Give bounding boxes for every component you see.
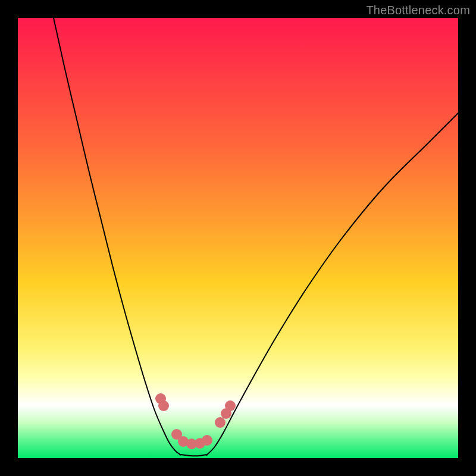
watermark-text: TheBottleneck.com xyxy=(366,4,470,17)
plot-area xyxy=(18,18,458,458)
marker-dot xyxy=(202,435,212,446)
curve-group xyxy=(54,18,458,456)
marker-dot xyxy=(215,417,226,428)
marker-group xyxy=(155,393,236,449)
marker-dot xyxy=(225,400,236,411)
chart-frame: TheBottleneck.com xyxy=(0,0,476,476)
bottleneck-curve xyxy=(54,18,458,456)
marker-dot xyxy=(158,400,169,411)
chart-svg xyxy=(18,18,458,458)
